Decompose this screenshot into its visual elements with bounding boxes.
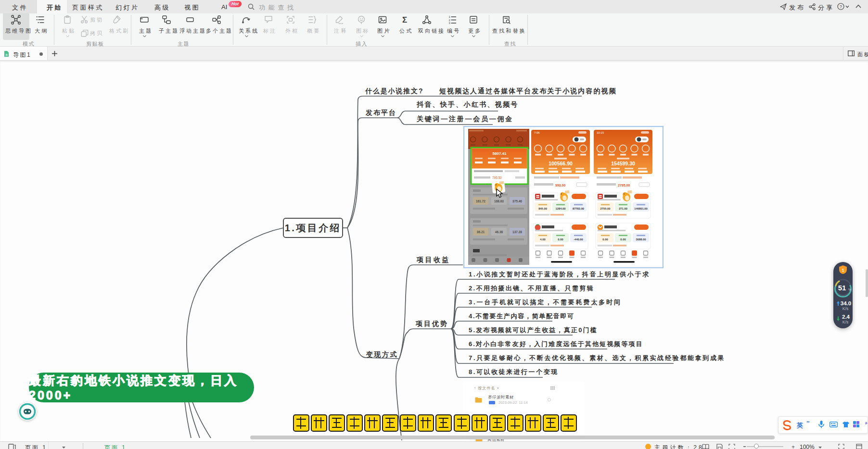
svg-text:%: % (848, 288, 851, 291)
svg-text:1: 1 (842, 268, 844, 273)
svg-text:2755.00: 2755.00 (600, 207, 611, 210)
svg-text:146801.00: 146801.00 (634, 207, 647, 210)
svg-text:271.00: 271.00 (619, 207, 627, 210)
svg-text:154599.30: 154599.30 (611, 161, 635, 166)
svg-text:137.28: 137.28 (512, 230, 522, 234)
svg-text:7:06: 7:06 (534, 131, 540, 134)
svg-text:0.00: 0.00 (602, 238, 608, 241)
svg-text:87783.00: 87783.00 (573, 207, 584, 210)
svg-text:10:15: 10:15 (597, 131, 604, 134)
svg-text:K/s: K/s (842, 320, 848, 324)
svg-text:46.38: 46.38 (495, 230, 503, 234)
svg-text:-440.00: -440.00 (574, 238, 583, 241)
svg-text:51: 51 (838, 284, 846, 292)
svg-text:161.72: 161.72 (476, 200, 485, 203)
svg-text:375.46: 375.46 (512, 200, 522, 203)
svg-text:993.00: 993.00 (555, 184, 566, 187)
svg-text:0.00: 0.00 (558, 238, 563, 241)
svg-text:5807.41: 5807.41 (493, 151, 507, 156)
svg-text:34.0: 34.0 (841, 300, 851, 306)
svg-text:4.00: 4.00 (540, 238, 545, 241)
svg-text:795.50: 795.50 (492, 176, 502, 179)
svg-text:2795.00: 2795.00 (618, 184, 630, 187)
svg-text:168.63: 168.63 (494, 200, 504, 203)
svg-text:100566.90: 100566.90 (549, 161, 573, 166)
svg-text:K/s: K/s (842, 306, 848, 311)
svg-text:1284.00: 1284.00 (556, 207, 566, 210)
svg-text:3088.00: 3088.00 (636, 238, 646, 241)
svg-text:845.00: 845.00 (538, 207, 547, 210)
svg-text:2.4: 2.4 (842, 314, 850, 320)
svg-text:0.00: 0.00 (620, 238, 625, 241)
svg-text:36.21: 36.21 (477, 230, 485, 234)
